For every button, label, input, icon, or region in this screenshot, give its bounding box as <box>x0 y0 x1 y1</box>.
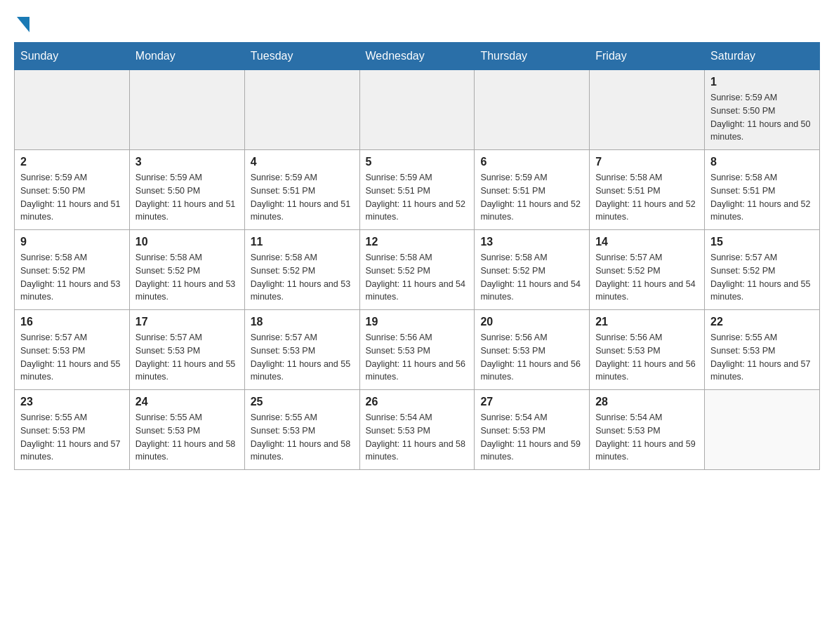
header-monday: Monday <box>129 43 244 70</box>
calendar-cell: 12Sunrise: 5:58 AMSunset: 5:52 PMDayligh… <box>359 230 475 310</box>
day-number: 26 <box>366 396 469 408</box>
calendar-cell: 10Sunrise: 5:58 AMSunset: 5:52 PMDayligh… <box>129 230 244 310</box>
calendar-cell: 21Sunrise: 5:56 AMSunset: 5:53 PMDayligh… <box>590 310 705 390</box>
day-info: Sunrise: 5:57 AMSunset: 5:52 PMDaylight:… <box>710 251 814 304</box>
day-info: Sunrise: 5:55 AMSunset: 5:53 PMDaylight:… <box>710 331 814 384</box>
calendar-week-row-3: 16Sunrise: 5:57 AMSunset: 5:53 PMDayligh… <box>15 310 820 390</box>
day-number: 19 <box>366 316 469 328</box>
day-number: 15 <box>710 236 814 248</box>
calendar-cell: 19Sunrise: 5:56 AMSunset: 5:53 PMDayligh… <box>359 310 475 390</box>
day-info: Sunrise: 5:58 AMSunset: 5:52 PMDaylight:… <box>20 251 124 304</box>
svg-marker-0 <box>17 17 29 32</box>
calendar-cell: 24Sunrise: 5:55 AMSunset: 5:53 PMDayligh… <box>129 390 244 470</box>
calendar-cell: 25Sunrise: 5:55 AMSunset: 5:53 PMDayligh… <box>244 390 359 470</box>
page-header <box>14 14 820 35</box>
weekday-header-row: Sunday Monday Tuesday Wednesday Thursday… <box>15 43 820 70</box>
day-info: Sunrise: 5:58 AMSunset: 5:52 PMDaylight:… <box>480 251 583 304</box>
day-info: Sunrise: 5:54 AMSunset: 5:53 PMDaylight:… <box>595 411 699 464</box>
calendar-cell: 1Sunrise: 5:59 AMSunset: 5:50 PMDaylight… <box>705 70 820 150</box>
calendar-cell <box>244 70 359 150</box>
calendar-cell: 15Sunrise: 5:57 AMSunset: 5:52 PMDayligh… <box>705 230 820 310</box>
calendar-cell <box>475 70 590 150</box>
calendar-cell <box>590 70 705 150</box>
header-friday: Friday <box>590 43 705 70</box>
calendar-cell: 8Sunrise: 5:58 AMSunset: 5:51 PMDaylight… <box>705 150 820 230</box>
day-number: 7 <box>595 156 699 168</box>
day-number: 4 <box>251 156 354 168</box>
day-info: Sunrise: 5:55 AMSunset: 5:53 PMDaylight:… <box>251 411 354 464</box>
calendar-cell: 18Sunrise: 5:57 AMSunset: 5:53 PMDayligh… <box>244 310 359 390</box>
calendar-cell: 2Sunrise: 5:59 AMSunset: 5:50 PMDaylight… <box>15 150 130 230</box>
calendar-cell: 23Sunrise: 5:55 AMSunset: 5:53 PMDayligh… <box>15 390 130 470</box>
calendar-cell: 13Sunrise: 5:58 AMSunset: 5:52 PMDayligh… <box>475 230 590 310</box>
day-number: 27 <box>480 396 583 408</box>
calendar-cell: 11Sunrise: 5:58 AMSunset: 5:52 PMDayligh… <box>244 230 359 310</box>
day-info: Sunrise: 5:57 AMSunset: 5:53 PMDaylight:… <box>135 331 239 384</box>
logo <box>14 14 29 35</box>
day-number: 9 <box>20 236 124 248</box>
day-info: Sunrise: 5:58 AMSunset: 5:52 PMDaylight:… <box>135 251 239 304</box>
header-thursday: Thursday <box>475 43 590 70</box>
day-number: 8 <box>710 156 814 168</box>
day-number: 2 <box>20 156 124 168</box>
calendar-cell: 5Sunrise: 5:59 AMSunset: 5:51 PMDaylight… <box>359 150 475 230</box>
day-info: Sunrise: 5:56 AMSunset: 5:53 PMDaylight:… <box>366 331 469 384</box>
day-info: Sunrise: 5:56 AMSunset: 5:53 PMDaylight:… <box>595 331 699 384</box>
day-info: Sunrise: 5:59 AMSunset: 5:51 PMDaylight:… <box>251 171 354 224</box>
calendar-cell: 22Sunrise: 5:55 AMSunset: 5:53 PMDayligh… <box>705 310 820 390</box>
day-number: 22 <box>710 316 814 328</box>
day-number: 6 <box>480 156 583 168</box>
calendar-cell <box>129 70 244 150</box>
header-tuesday: Tuesday <box>244 43 359 70</box>
day-info: Sunrise: 5:58 AMSunset: 5:52 PMDaylight:… <box>366 251 469 304</box>
day-info: Sunrise: 5:58 AMSunset: 5:51 PMDaylight:… <box>595 171 699 224</box>
calendar-cell: 28Sunrise: 5:54 AMSunset: 5:53 PMDayligh… <box>590 390 705 470</box>
day-number: 28 <box>595 396 699 408</box>
day-info: Sunrise: 5:58 AMSunset: 5:52 PMDaylight:… <box>251 251 354 304</box>
calendar-week-row-4: 23Sunrise: 5:55 AMSunset: 5:53 PMDayligh… <box>15 390 820 470</box>
day-info: Sunrise: 5:59 AMSunset: 5:50 PMDaylight:… <box>710 91 814 144</box>
day-number: 13 <box>480 236 583 248</box>
day-number: 3 <box>135 156 239 168</box>
day-info: Sunrise: 5:57 AMSunset: 5:52 PMDaylight:… <box>595 251 699 304</box>
day-info: Sunrise: 5:55 AMSunset: 5:53 PMDaylight:… <box>20 411 124 464</box>
day-info: Sunrise: 5:54 AMSunset: 5:53 PMDaylight:… <box>480 411 583 464</box>
day-info: Sunrise: 5:59 AMSunset: 5:51 PMDaylight:… <box>366 171 469 224</box>
calendar-cell: 17Sunrise: 5:57 AMSunset: 5:53 PMDayligh… <box>129 310 244 390</box>
day-number: 11 <box>251 236 354 248</box>
day-info: Sunrise: 5:57 AMSunset: 5:53 PMDaylight:… <box>20 331 124 384</box>
logo-arrow-icon <box>17 17 29 35</box>
calendar-cell: 7Sunrise: 5:58 AMSunset: 5:51 PMDaylight… <box>590 150 705 230</box>
day-number: 10 <box>135 236 239 248</box>
day-info: Sunrise: 5:59 AMSunset: 5:50 PMDaylight:… <box>20 171 124 224</box>
day-number: 17 <box>135 316 239 328</box>
calendar-cell: 3Sunrise: 5:59 AMSunset: 5:50 PMDaylight… <box>129 150 244 230</box>
day-info: Sunrise: 5:59 AMSunset: 5:51 PMDaylight:… <box>480 171 583 224</box>
day-number: 5 <box>366 156 469 168</box>
day-info: Sunrise: 5:56 AMSunset: 5:53 PMDaylight:… <box>480 331 583 384</box>
calendar-cell: 16Sunrise: 5:57 AMSunset: 5:53 PMDayligh… <box>15 310 130 390</box>
calendar-cell: 14Sunrise: 5:57 AMSunset: 5:52 PMDayligh… <box>590 230 705 310</box>
calendar-cell <box>359 70 475 150</box>
calendar-cell <box>705 390 820 470</box>
day-number: 23 <box>20 396 124 408</box>
day-info: Sunrise: 5:59 AMSunset: 5:50 PMDaylight:… <box>135 171 239 224</box>
calendar-week-row-1: 2Sunrise: 5:59 AMSunset: 5:50 PMDaylight… <box>15 150 820 230</box>
calendar-table: Sunday Monday Tuesday Wednesday Thursday… <box>14 42 820 470</box>
day-number: 24 <box>135 396 239 408</box>
calendar-cell: 27Sunrise: 5:54 AMSunset: 5:53 PMDayligh… <box>475 390 590 470</box>
day-number: 12 <box>366 236 469 248</box>
day-info: Sunrise: 5:58 AMSunset: 5:51 PMDaylight:… <box>710 171 814 224</box>
calendar-week-row-2: 9Sunrise: 5:58 AMSunset: 5:52 PMDaylight… <box>15 230 820 310</box>
header-saturday: Saturday <box>705 43 820 70</box>
day-number: 1 <box>710 76 814 88</box>
header-wednesday: Wednesday <box>359 43 475 70</box>
day-number: 14 <box>595 236 699 248</box>
day-info: Sunrise: 5:57 AMSunset: 5:53 PMDaylight:… <box>251 331 354 384</box>
day-number: 20 <box>480 316 583 328</box>
calendar-cell: 6Sunrise: 5:59 AMSunset: 5:51 PMDaylight… <box>475 150 590 230</box>
calendar-cell: 4Sunrise: 5:59 AMSunset: 5:51 PMDaylight… <box>244 150 359 230</box>
day-number: 18 <box>251 316 354 328</box>
day-number: 25 <box>251 396 354 408</box>
calendar-cell <box>15 70 130 150</box>
